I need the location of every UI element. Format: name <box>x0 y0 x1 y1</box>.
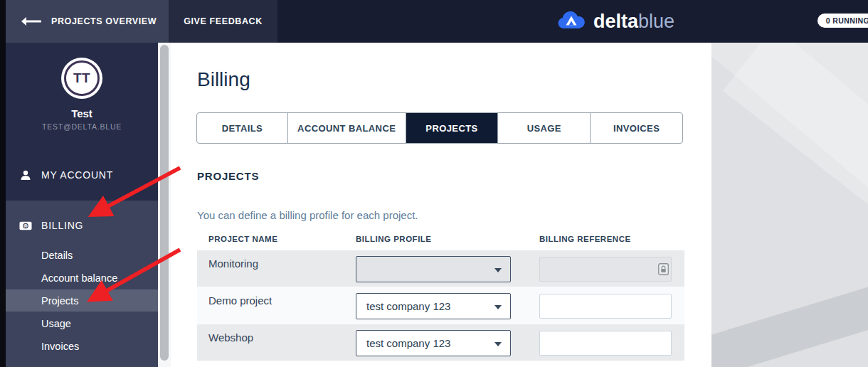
sidebar-item-account-balance[interactable]: Account balance <box>6 267 158 289</box>
billing-profile-value: test company 123 <box>366 337 450 349</box>
tab-projects-label: PROJECTS <box>425 123 477 134</box>
tab-projects[interactable]: PROJECTS <box>406 113 499 143</box>
project-name: Demo project <box>208 294 272 307</box>
sidebar-item-billing[interactable]: 0 BILLING <box>6 211 158 240</box>
cloud-delta-icon <box>556 11 586 31</box>
column-header-project-name: PROJECT NAME <box>208 235 277 243</box>
sidebar-item-invoices[interactable]: Invoices <box>6 335 158 357</box>
billing-profile-select[interactable]: test company 123 <box>356 293 511 319</box>
tab-details[interactable]: DETAILS <box>197 113 288 143</box>
tab-details-label: DETAILS <box>222 123 263 134</box>
invoices-label: Invoices <box>41 341 79 352</box>
tab-invoices-label: INVOICES <box>613 123 660 134</box>
avatar-initials: TT <box>64 60 100 96</box>
billing-reference-input[interactable] <box>539 331 672 356</box>
sidebar-scrollbar-track <box>158 43 171 367</box>
running-count-badge[interactable]: 0 RUNNING <box>817 14 868 28</box>
give-feedback-button[interactable]: GIVE FEEDBACK <box>169 0 277 43</box>
user-name: Test <box>6 107 158 119</box>
sidebar: TT Test TEST@DELTA.BLUE MY ACCOUNT 0 BIL… <box>6 43 158 367</box>
table-header: PROJECT NAME BILLING PROFILE BILLING REF… <box>197 235 684 246</box>
section-description: You can define a billing profile for eac… <box>197 209 418 221</box>
sidebar-item-projects[interactable]: Projects <box>6 289 158 312</box>
chevron-down-icon <box>494 342 502 346</box>
brand-wordmark: deltablue <box>593 0 674 43</box>
tab-invoices[interactable]: INVOICES <box>591 113 682 143</box>
window-edge <box>0 0 6 367</box>
usage-label: Usage <box>41 318 71 329</box>
column-header-billing-reference: BILLING REFERENCE <box>539 235 631 243</box>
sidebar-item-my-account[interactable]: MY ACCOUNT <box>6 161 158 189</box>
projects-label: Projects <box>41 295 78 307</box>
column-header-billing-profile: BILLING PROFILE <box>356 235 432 243</box>
project-name: Webshop <box>208 331 253 344</box>
table-row: Demo project test company 123 <box>197 287 684 324</box>
tab-account-balance[interactable]: ACCOUNT BALANCE <box>288 113 406 143</box>
projects-overview-back-button[interactable]: PROJECTS OVERVIEW <box>6 0 169 43</box>
give-feedback-label: GIVE FEEDBACK <box>184 16 263 26</box>
back-button-label: PROJECTS OVERVIEW <box>51 16 157 26</box>
billing-profile-select[interactable] <box>356 256 511 282</box>
sidebar-scrollbar-thumb[interactable] <box>160 45 169 361</box>
tab-account-balance-label: ACCOUNT BALANCE <box>297 123 396 134</box>
banknote-icon: 0 <box>19 221 32 230</box>
top-bar: PROJECTS OVERVIEW GIVE FEEDBACK deltablu… <box>6 0 868 43</box>
billing-reference-input[interactable] <box>539 294 672 319</box>
details-label: Details <box>41 250 73 261</box>
tab-usage[interactable]: USAGE <box>498 113 591 143</box>
billing-label: BILLING <box>41 220 83 231</box>
main-content: Billing DETAILS ACCOUNT BALANCE PROJECTS… <box>171 43 711 367</box>
my-account-label: MY ACCOUNT <box>41 169 113 181</box>
background-art <box>711 43 868 367</box>
sidebar-item-usage[interactable]: Usage <box>6 312 158 334</box>
chevron-down-icon <box>494 268 502 272</box>
section-title: PROJECTS <box>197 170 259 182</box>
deltablue-logo[interactable]: deltablue <box>556 0 674 43</box>
avatar: TT <box>61 58 102 99</box>
background-stripe <box>711 252 868 367</box>
project-name: Monitoring <box>208 257 258 270</box>
back-arrow-icon <box>20 16 41 26</box>
background-stripe <box>723 43 868 240</box>
table-row: Monitoring <box>197 250 684 287</box>
tab-usage-label: USAGE <box>527 123 561 134</box>
svg-text:0: 0 <box>24 223 27 228</box>
billing-tabs: DETAILS ACCOUNT BALANCE PROJECTS USAGE I… <box>196 112 683 144</box>
table-row: Webshop test company 123 <box>197 324 684 361</box>
billing-profile-value: test company 123 <box>366 300 450 312</box>
billing-profile-select[interactable]: test company 123 <box>356 330 511 356</box>
chevron-down-icon <box>494 305 502 309</box>
sidebar-item-details[interactable]: Details <box>6 244 158 266</box>
account-balance-label: Account balance <box>41 272 117 284</box>
billing-reference-input[interactable] <box>539 257 672 282</box>
brand-blue: blue <box>638 11 674 32</box>
user-icon <box>19 169 32 181</box>
user-email: TEST@DELTA.BLUE <box>6 122 158 131</box>
projects-table: Monitoring Demo project test company 123 <box>197 250 684 361</box>
brand-delta: delta <box>593 11 638 32</box>
page-title: Billing <box>197 68 250 91</box>
